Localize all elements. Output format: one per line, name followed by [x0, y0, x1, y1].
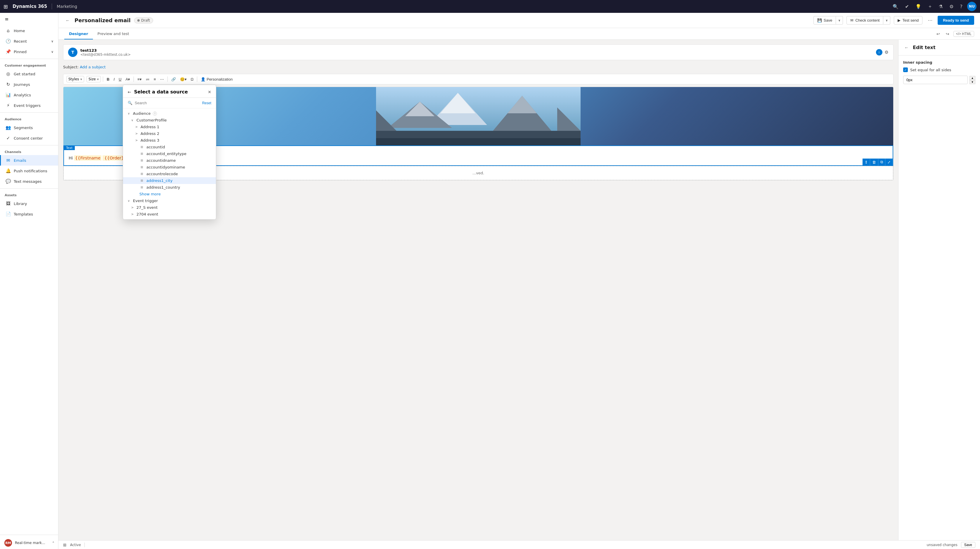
help-icon[interactable]: ?	[960, 4, 963, 10]
grid-icon[interactable]: ⊞	[3, 3, 8, 10]
tree-item-2704-event[interactable]: > 2704 event	[123, 211, 216, 217]
sidebar-item-text-messages[interactable]: 💬 Text messages	[0, 176, 58, 187]
equal-sides-checkbox[interactable]: ✓	[903, 67, 908, 72]
hamburger-button[interactable]: ≡	[0, 13, 58, 25]
sidebar-item-pinned[interactable]: 📌 Pinned ∨	[0, 46, 58, 57]
tab-designer[interactable]: Designer	[64, 29, 93, 40]
reset-button[interactable]: Reset	[202, 101, 211, 105]
font-color-button[interactable]: A▾	[124, 76, 132, 82]
link-button[interactable]: 🔗	[170, 76, 177, 82]
tab-preview-test[interactable]: Preview and test	[93, 29, 134, 40]
sidebar-item-segments[interactable]: 👥 Segments	[0, 122, 58, 133]
status-save-button[interactable]: Save	[961, 542, 975, 548]
tree-item-address3[interactable]: > Address 3	[123, 137, 216, 144]
field-type-icon: ⊞	[140, 186, 145, 189]
user-avatar[interactable]: NU	[967, 2, 977, 11]
duplicate-icon[interactable]: ⧉	[878, 159, 885, 166]
align-button[interactable]: ≡▾	[136, 76, 143, 82]
step-down-button[interactable]: ▼	[969, 80, 975, 84]
tree-item-address1-country[interactable]: ⊞ address1_country	[123, 184, 216, 191]
panel-back-button[interactable]: ←	[903, 44, 910, 51]
ready-to-send-button[interactable]: Ready to send	[938, 16, 974, 25]
sidebar-item-label: Templates	[14, 212, 33, 216]
sidebar-item-label: Text messages	[14, 179, 42, 184]
tree-item-accountid[interactable]: ⊞ accountid	[123, 144, 216, 151]
back-button[interactable]: ←	[64, 17, 71, 24]
sidebar-item-analytics[interactable]: 📊 Analytics	[0, 90, 58, 100]
check-content-chevron-button[interactable]: ∨	[883, 16, 890, 25]
move-icon[interactable]: ↕	[862, 159, 870, 166]
checklist-icon[interactable]: ✔	[905, 4, 909, 10]
show-more-button[interactable]: Show more	[123, 191, 216, 197]
sidebar-item-get-started[interactable]: ◎ Get started	[0, 68, 58, 79]
save-chevron-button[interactable]: ∨	[836, 16, 843, 25]
tree-item-label: CustomerProfile	[137, 118, 167, 122]
ordered-list-button[interactable]: ≔	[144, 76, 151, 82]
check-content-button[interactable]: ✉ Check content	[846, 16, 883, 25]
more-options-icon[interactable]: ⋯	[926, 16, 934, 24]
symbol-button[interactable]: Ω	[189, 76, 195, 82]
expand-icon[interactable]: ⤢	[885, 159, 893, 166]
sidebar-item-home[interactable]: ⌂ Home	[0, 25, 58, 36]
greeting-text: Hi	[68, 155, 74, 160]
undo-button[interactable]: ↩	[935, 30, 942, 37]
page-icon[interactable]: ⊞	[63, 543, 67, 547]
redo-button[interactable]: ↪	[944, 30, 951, 37]
sidebar-footer-item[interactable]: RM Real-time marketi... ⌃	[0, 537, 58, 549]
step-up-button[interactable]: ▲	[969, 76, 975, 80]
tree-item-address2[interactable]: > Address 2	[123, 130, 216, 137]
sidebar-item-consent-center[interactable]: ✓ Consent center	[0, 133, 58, 143]
tree-item-accountidyominame[interactable]: ⊞ accountidyominame	[123, 164, 216, 171]
html-button[interactable]: </> HTML	[953, 31, 974, 37]
sidebar-item-push-notifications[interactable]: 🔔 Push notifications	[0, 166, 58, 176]
email-meta-row: T test123 <test@d365-mkttest.co.uk> i ⚙	[63, 44, 894, 60]
sidebar-item-library[interactable]: 🖼 Library	[0, 198, 58, 209]
search-icon[interactable]: 🔍	[892, 4, 899, 10]
sidebar-item-event-triggers[interactable]: ⚡ Event triggers	[0, 100, 58, 111]
tree-item-accountidname[interactable]: ⊞ accountidname	[123, 157, 216, 164]
firstname-token[interactable]: {{Firstname	[74, 155, 102, 160]
test-send-button[interactable]: ▶ Test send	[894, 16, 923, 25]
tree-item-address1[interactable]: > Address 1	[123, 124, 216, 130]
info-icon[interactable]: i	[876, 49, 882, 56]
modal-close-button[interactable]: ✕	[208, 90, 211, 94]
bold-button[interactable]: B	[105, 76, 111, 82]
gear-icon[interactable]: ⚙	[885, 50, 889, 55]
delete-icon[interactable]: 🗑	[870, 159, 878, 166]
panel-title: Edit text	[913, 45, 935, 50]
italic-button[interactable]: I	[112, 76, 116, 82]
sender-name: test123	[80, 48, 873, 52]
more-tools-button[interactable]: ⋯	[159, 76, 165, 82]
emoji-button[interactable]: 😊▾	[178, 76, 188, 82]
sidebar-item-emails[interactable]: ✉ Emails	[0, 155, 58, 166]
styles-select[interactable]: Styles ∨	[66, 76, 84, 83]
status-bar: ⊞ Active unsaved changes Save	[59, 540, 980, 549]
filter-icon[interactable]: ⚗	[939, 4, 943, 10]
sidebar-item-journeys[interactable]: ↻ Journeys	[0, 79, 58, 90]
tree-item-address1-city[interactable]: ⊞ address1_city	[123, 177, 216, 184]
size-select[interactable]: Size ∨	[86, 76, 101, 83]
tree-item-audience[interactable]: ∨ Audience i	[123, 110, 216, 117]
unordered-list-button[interactable]: ≡	[152, 76, 158, 82]
modal-back-button[interactable]: ←	[128, 90, 131, 94]
section-customer-engagement: Customer engagement	[0, 61, 58, 68]
spacing-input[interactable]	[903, 76, 968, 84]
subject-link[interactable]: Add a subject	[80, 65, 106, 69]
lightbulb-icon[interactable]: 💡	[915, 4, 921, 10]
modal-search-input[interactable]	[135, 101, 200, 105]
settings-icon[interactable]: ⚙	[949, 4, 953, 10]
add-icon[interactable]: ＋	[928, 3, 932, 10]
underline-button[interactable]: U	[117, 76, 123, 82]
sidebar-item-templates[interactable]: 📄 Templates	[0, 209, 58, 219]
tree-item-accountrolecode[interactable]: ⊞ accountrolecode	[123, 171, 216, 177]
tree-item-customer-profile[interactable]: ∨ CustomerProfile	[123, 117, 216, 124]
tree-item-label: address1_city	[146, 178, 172, 183]
sidebar-item-recent[interactable]: 🕐 Recent ∨	[0, 36, 58, 46]
templates-icon: 📄	[6, 211, 11, 217]
tree-item-accountid-entitytype[interactable]: ⊞ accountid_entitytype	[123, 151, 216, 157]
personalization-button[interactable]: 👤 Personalization	[199, 76, 234, 82]
save-button[interactable]: 💾 Save	[813, 16, 836, 25]
tree-item-event-trigger[interactable]: ∨ Event trigger	[123, 197, 216, 204]
sidebar-item-label: Analytics	[14, 93, 31, 97]
tree-item-27s-event[interactable]: > 27_S event	[123, 204, 216, 211]
